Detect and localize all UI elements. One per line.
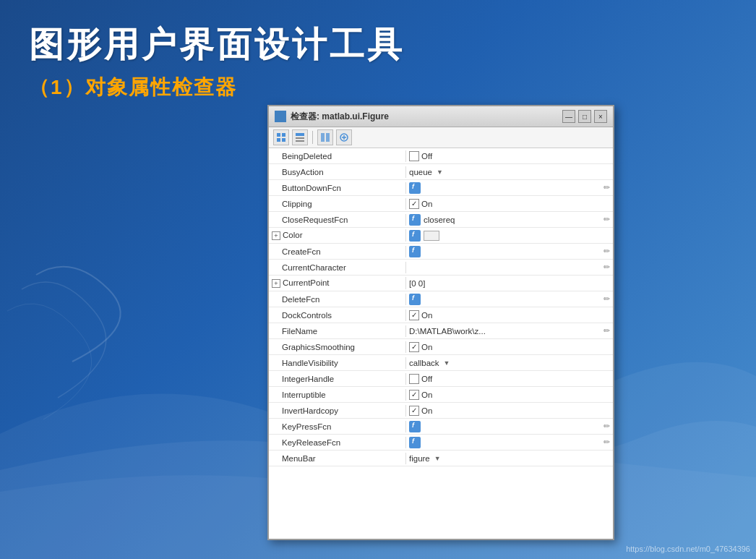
- prop-value-dockcontrols: On: [406, 309, 613, 322]
- prop-name-integerhandle: IntegerHandle: [269, 373, 406, 385]
- prop-row-currentcharacter: CurrentCharacter ✏: [269, 260, 613, 276]
- color-expand-icon[interactable]: +: [272, 231, 280, 240]
- svg-rect-6: [296, 140, 304, 142]
- prop-value-keypressfcn: ✏: [406, 419, 613, 434]
- svg-rect-0: [277, 133, 280, 137]
- sub-title: （1）对象属性检查器: [29, 74, 727, 101]
- buttondownfcn-pencil: ✏: [603, 183, 610, 192]
- window-title: 检查器: matlab.ui.Figure: [291, 111, 389, 123]
- prop-value-inverthardcopy: On: [406, 404, 613, 417]
- filename-pencil: ✏: [603, 326, 610, 336]
- prop-name-beingdeleted: BeingDeleted: [269, 150, 406, 162]
- inspector-window: 检查器: matlab.ui.Figure — □ × BeingDeleted…: [267, 105, 614, 540]
- toolbar-separator: [312, 131, 313, 144]
- checkbox-clipping: On: [409, 199, 432, 209]
- title-bar: 检查器: matlab.ui.Figure — □ ×: [269, 106, 613, 127]
- prop-value-deletefcn: ✏: [406, 292, 613, 307]
- keyreleasefcn-func-icon: [409, 437, 421, 448]
- handlevisibility-dropdown[interactable]: ▼: [444, 359, 450, 367]
- close-button[interactable]: ×: [594, 110, 607, 123]
- prop-row-currentpoint: +CurrentPoint [0 0]: [269, 276, 613, 291]
- svg-rect-5: [296, 137, 304, 139]
- toolbar-btn-2[interactable]: [292, 129, 308, 145]
- prop-row-integerhandle: IntegerHandle Off: [269, 371, 613, 387]
- title-bar-left: 检查器: matlab.ui.Figure: [275, 111, 389, 123]
- svg-rect-7: [321, 133, 325, 142]
- prop-name-filename: FileName: [269, 325, 406, 337]
- prop-value-currentcharacter: ✏: [406, 261, 613, 273]
- window-icon: [275, 111, 286, 122]
- prop-value-filename: D:\MATLAB\work\z... ✏: [406, 325, 613, 337]
- prop-row-buttondownfcn: ButtonDownFcn ✏: [269, 180, 613, 196]
- currentpoint-text: [0 0]: [409, 279, 425, 288]
- prop-name-keyreleasefcn: KeyReleaseFcn: [269, 437, 406, 448]
- prop-name-handlevisibility: HandleVisibility: [269, 357, 406, 369]
- createfcn-func-icon: [409, 246, 421, 257]
- prop-row-interruptible: Interruptible On: [269, 387, 613, 403]
- prop-row-keypressfcn: KeyPressFcn ✏: [269, 419, 613, 435]
- prop-value-color: [406, 229, 613, 243]
- keyreleasefcn-pencil: ✏: [603, 438, 610, 447]
- prop-name-createfcn: CreateFcn: [269, 246, 406, 257]
- svg-rect-3: [282, 138, 285, 142]
- prop-row-deletefcn: DeleteFcn ✏: [269, 291, 613, 307]
- prop-name-closerequestfcn: CloseRequestFcn: [269, 214, 406, 226]
- svg-rect-1: [282, 133, 285, 137]
- properties-container[interactable]: BeingDeleted Off BusyAction queue ▼ Butt…: [269, 148, 613, 539]
- minimize-button[interactable]: —: [562, 110, 575, 123]
- toolbar-btn-3[interactable]: [317, 129, 333, 145]
- prop-value-beingdeleted: Off: [406, 150, 613, 163]
- closerequestfcn-func-icon: [409, 214, 421, 226]
- createfcn-pencil: ✏: [603, 247, 610, 256]
- prop-row-menubar: MenuBar figure ▼: [269, 451, 613, 466]
- prop-name-clipping: Clipping: [269, 198, 406, 210]
- prop-name-currentpoint: +CurrentPoint: [269, 277, 406, 289]
- prop-row-filename: FileName D:\MATLAB\work\z... ✏: [269, 323, 613, 339]
- keypressfcn-pencil: ✏: [603, 422, 610, 431]
- currentpoint-expand-icon[interactable]: +: [272, 279, 280, 288]
- prop-value-buttondownfcn: ✏: [406, 181, 613, 195]
- prop-value-busyaction: queue ▼: [406, 166, 613, 178]
- color-func-icon: [409, 230, 421, 242]
- filename-text: D:\MATLAB\work\z...: [409, 327, 486, 336]
- prop-name-keypressfcn: KeyPressFcn: [269, 421, 406, 432]
- prop-value-integerhandle: Off: [406, 372, 613, 385]
- watermark: https://blog.csdn.net/m0_47634396: [626, 545, 750, 553]
- checkbox-inverthardcopy: On: [409, 406, 432, 416]
- main-title: 图形用户界面设计工具: [29, 22, 727, 68]
- handlevisibility-text: callback: [409, 359, 439, 367]
- checkbox-dockcontrols: On: [409, 310, 432, 320]
- prop-row-busyaction: BusyAction queue ▼: [269, 164, 613, 180]
- title-controls: — □ ×: [562, 110, 607, 123]
- prop-name-buttondownfcn: ButtonDownFcn: [269, 182, 406, 194]
- prop-row-handlevisibility: HandleVisibility callback ▼: [269, 355, 613, 371]
- prop-row-color: +Color: [269, 228, 613, 244]
- busyaction-dropdown[interactable]: ▼: [437, 168, 443, 176]
- checkbox-interruptible: On: [409, 390, 432, 400]
- prop-row-keyreleasefcn: KeyReleaseFcn ✏: [269, 435, 613, 451]
- prop-value-clipping: On: [406, 197, 613, 210]
- toolbar-btn-1[interactable]: [273, 129, 289, 145]
- closerequestfcn-text: closereq: [424, 216, 455, 224]
- keypressfcn-func-icon: [409, 421, 421, 432]
- prop-row-dockcontrols: DockControls On: [269, 307, 613, 323]
- maximize-button[interactable]: □: [578, 110, 591, 123]
- color-swatch: [424, 231, 439, 241]
- deletefcn-pencil: ✏: [603, 294, 610, 304]
- prop-name-graphicssmoothing: GraphicsSmoothing: [269, 341, 406, 353]
- menubar-dropdown[interactable]: ▼: [434, 455, 441, 462]
- toolbar-btn-4[interactable]: [336, 129, 352, 145]
- prop-name-busyaction: BusyAction: [269, 166, 406, 178]
- prop-row-graphicssmoothing: GraphicsSmoothing On: [269, 339, 613, 355]
- prop-row-clipping: Clipping On: [269, 196, 613, 212]
- prop-name-deletefcn: DeleteFcn: [269, 294, 406, 305]
- prop-name-currentcharacter: CurrentCharacter: [269, 262, 406, 273]
- prop-row-inverthardcopy: InvertHardcopy On: [269, 403, 613, 419]
- closerequestfcn-pencil: ✏: [603, 215, 610, 224]
- currentcharacter-pencil: ✏: [603, 263, 610, 272]
- prop-row-closerequestfcn: CloseRequestFcn closereq ✏: [269, 212, 613, 228]
- prop-value-keyreleasefcn: ✏: [406, 435, 613, 450]
- prop-value-graphicssmoothing: On: [406, 341, 613, 354]
- busyaction-text: queue: [409, 168, 432, 176]
- prop-row-createfcn: CreateFcn ✏: [269, 244, 613, 260]
